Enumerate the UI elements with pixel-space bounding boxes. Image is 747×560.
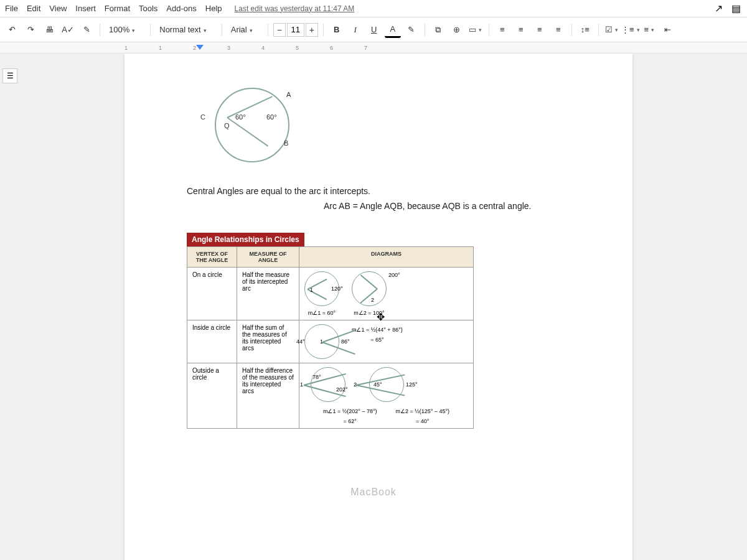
font-select[interactable]: Arial: [227, 22, 263, 37]
row2-measure: Half the sum of the measures of its inte…: [237, 320, 299, 363]
row3-measure: Half the difference of the measures of i…: [237, 363, 299, 428]
paint-format-icon[interactable]: ✎: [78, 22, 95, 38]
open-new-icon[interactable]: ↗: [715, 2, 723, 14]
row1-vertex: On a circle: [187, 267, 237, 320]
ruler-tick: 1: [125, 45, 159, 51]
table-row: Outside a circle Half the difference of …: [187, 363, 474, 428]
align-justify-icon[interactable]: ≡: [550, 22, 566, 38]
menu-view[interactable]: View: [49, 4, 67, 13]
bold-button[interactable]: B: [329, 22, 345, 38]
row3-d1-angle: 1: [300, 381, 303, 388]
menu-file[interactable]: File: [5, 4, 18, 13]
device-label: MacBook: [350, 487, 397, 498]
angle-relationships-table: VERTEX OF THE ANGLE MEASURE OF ANGLE DIA…: [187, 246, 474, 429]
align-right-icon[interactable]: ≡: [532, 22, 548, 38]
angle-60-label-1: 60°: [235, 113, 246, 121]
undo-icon[interactable]: ↶: [4, 22, 20, 38]
row3-eq2: m∠2 = ½(125° – 45°): [396, 408, 450, 414]
point-a-label: A: [286, 91, 291, 98]
menu-addons[interactable]: Add-ons: [166, 4, 196, 13]
row3-d2-angle: 2: [354, 381, 357, 388]
row3-d2-arc1: 45°: [374, 381, 382, 388]
paragraph-style-select[interactable]: Normal text: [156, 22, 216, 37]
checklist-icon[interactable]: ☑: [604, 22, 620, 38]
insert-link-icon[interactable]: ⧉: [430, 22, 446, 38]
row3-eq2b: = 40°: [416, 418, 429, 424]
last-edit-link[interactable]: Last edit was yesterday at 11:47 AM: [235, 4, 355, 13]
table-title: Angle Relationships in Circles: [187, 233, 304, 246]
fontsize-decrease-button[interactable]: −: [273, 23, 286, 37]
zoom-select[interactable]: 100%: [105, 22, 145, 37]
row3-vertex: Outside a circle: [187, 363, 237, 428]
fontsize-increase-button[interactable]: +: [306, 23, 318, 37]
horizontal-ruler[interactable]: 1 1 2 3 4 5 6 7: [0, 42, 747, 54]
row1-d2-arc: 200°: [388, 272, 400, 278]
indent-decrease-icon[interactable]: ⇤: [660, 22, 676, 38]
th-measure: MEASURE OF ANGLE: [237, 246, 299, 267]
menu-tools[interactable]: Tools: [139, 4, 157, 13]
document-outline-toggle[interactable]: ☰: [2, 68, 17, 83]
table-row: Inside a circle Half the sum of the meas…: [187, 320, 474, 363]
row3-d1-arc1: 78°: [312, 374, 321, 380]
th-vertex: VERTEX OF THE ANGLE: [187, 246, 237, 267]
ruler-tick: 6: [330, 45, 364, 51]
row2-eq2: = 65°: [370, 337, 383, 343]
document-page[interactable]: C Q 60° 60° A B Central Angles are equal…: [125, 54, 632, 560]
ruler-tick: 1: [159, 45, 193, 51]
row2-vertex: Inside a circle: [187, 320, 237, 363]
angle-60-label-2: 60°: [266, 113, 277, 121]
align-left-icon[interactable]: ≡: [494, 22, 510, 38]
line-spacing-icon[interactable]: ↕≡: [577, 22, 593, 38]
insert-image-icon[interactable]: ▭: [467, 22, 484, 38]
row1-d2-angle: 2: [371, 297, 374, 303]
row1-d1-angle: 1: [310, 287, 313, 293]
comments-icon[interactable]: ▤: [731, 2, 741, 14]
ruler-tick: 4: [261, 45, 296, 51]
row1-measure: Half the measure of its intercepted arc: [237, 267, 299, 320]
row3-d2-arc2: 125°: [406, 381, 418, 388]
spellcheck-icon[interactable]: A✓: [60, 22, 76, 38]
row1-d1-arc: 120°: [331, 286, 343, 292]
menu-help[interactable]: Help: [205, 4, 222, 13]
add-comment-icon[interactable]: ⊕: [449, 22, 465, 38]
row2-eq1: m∠1 = ½(44° + 86°): [352, 327, 403, 333]
central-angle-diagram: C Q 60° 60° A B: [205, 78, 299, 172]
redo-icon[interactable]: ↷: [22, 22, 39, 38]
point-q-label: Q: [224, 122, 230, 129]
toolbar: ↶ ↷ 🖶 A✓ ✎ 100% Normal text Arial − + B …: [0, 17, 747, 42]
point-b-label: B: [284, 139, 288, 147]
bulleted-list-icon[interactable]: ⋮≡: [622, 22, 639, 38]
print-icon[interactable]: 🖶: [41, 22, 57, 38]
row2-arc1: 44°: [296, 338, 305, 345]
row2-arc2: 86°: [341, 338, 350, 345]
highlight-button[interactable]: ✎: [403, 22, 420, 38]
menu-edit[interactable]: Edit: [27, 4, 40, 13]
body-text-1: Central Angles are equal to the arc it i…: [187, 184, 570, 199]
row3-d1-arc2: 202°: [336, 386, 348, 393]
fontsize-stepper: − +: [273, 23, 318, 37]
align-center-icon[interactable]: ≡: [513, 22, 529, 38]
table-row: On a circle Half the measure of its inte…: [187, 267, 474, 320]
row2-angle: 1: [320, 338, 323, 345]
header-right-icons: ↗ ▤: [715, 2, 741, 14]
indent-marker[interactable]: [196, 45, 204, 50]
fontsize-input[interactable]: [287, 23, 304, 37]
ruler-tick: 3: [227, 45, 261, 51]
row1-d1-eq: m∠1 = 60°: [308, 310, 336, 316]
italic-button[interactable]: I: [347, 22, 364, 38]
underline-button[interactable]: U: [366, 22, 382, 38]
ruler-tick: 5: [296, 45, 330, 51]
point-c-label: C: [200, 113, 205, 121]
text-color-button[interactable]: A: [385, 22, 401, 38]
move-cursor-icon: ✥: [377, 311, 385, 323]
row3-eq1: m∠1 = ½(202° – 78°): [323, 408, 377, 414]
row3-eq1b: = 62°: [344, 418, 357, 424]
menu-format[interactable]: Format: [105, 4, 130, 13]
ruler-tick: 7: [364, 45, 398, 51]
menu-bar: File Edit View Insert Format Tools Add-o…: [0, 0, 747, 17]
th-diagrams: DIAGRAMS: [299, 246, 474, 267]
numbered-list-icon[interactable]: ≡: [641, 22, 657, 38]
menu-insert[interactable]: Insert: [75, 4, 96, 13]
body-text-2: Arc AB = Angle AQB, because AQB is a cen…: [324, 199, 570, 214]
